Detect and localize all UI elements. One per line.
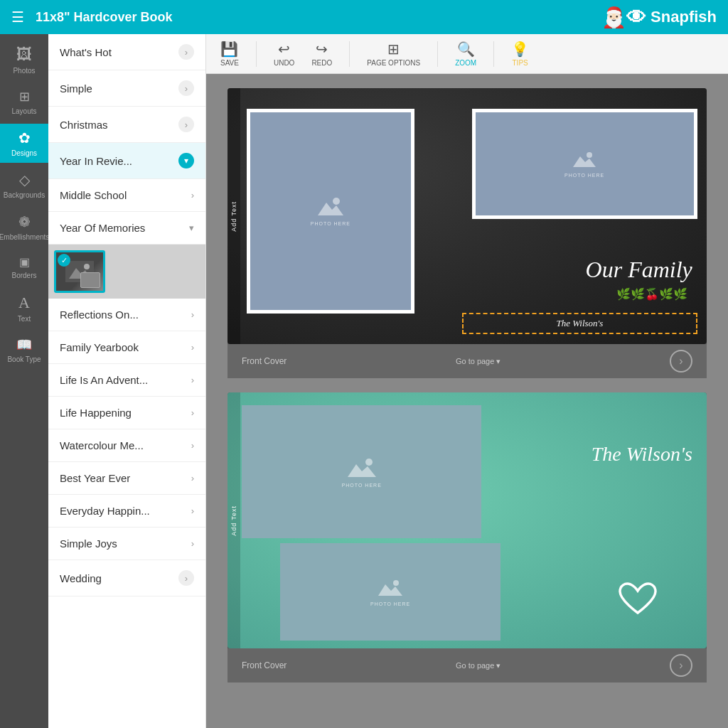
photo-slot-green-2[interactable]: PHOTO HERE — [280, 543, 500, 641]
booktype-icon: 📖 — [16, 337, 32, 353]
go-to-page-green[interactable]: Go to page ▾ — [456, 660, 501, 670]
sidebar-label-layouts: Layouts — [11, 107, 36, 115]
main-layout: 🖼 Photos ⊞ Layouts ✿ Designs ◇ Backgroun… — [0, 34, 728, 728]
design-item-year-in-review[interactable]: Year In Revie... ▾ — [48, 143, 205, 179]
holly-decoration: 🌿🌿🍒🌿🌿 — [616, 287, 687, 301]
go-to-page-dark[interactable]: Go to page ▾ — [456, 356, 501, 366]
design-item-watercolour-me[interactable]: Watercolour Me... › — [48, 429, 205, 462]
designs-panel: What's Hot › Simple › Christmas › Year I… — [48, 34, 206, 728]
toolbar-page-options[interactable]: ⊞ PAGE OPTIONS — [367, 41, 420, 67]
wilson-name-badge[interactable]: The Wilson's — [462, 313, 697, 334]
sidebar-item-text[interactable]: A Text — [0, 288, 48, 328]
sidebar-label-designs: Designs — [11, 149, 37, 157]
design-item-life-happening[interactable]: Life Happening › — [48, 397, 205, 429]
sidebar-label-embellishments: Embellishments — [0, 233, 49, 241]
design-label-whats-hot: What's Hot — [60, 46, 112, 58]
save-icon: 💾 — [220, 41, 238, 58]
front-cover-label-dark: Front Cover — [242, 356, 287, 366]
sidebar-item-booktype[interactable]: 📖 Book Type — [0, 331, 48, 369]
thumb-check-icon: ✓ — [58, 254, 70, 267]
design-item-family-yearbook[interactable]: Family Yearbook › — [48, 331, 205, 364]
wilson-green-label: The Wilson's — [592, 443, 692, 465]
watercolour-me-arrow: › — [191, 440, 194, 451]
sidebar-item-designs[interactable]: ✿ Designs — [0, 124, 48, 163]
design-label-simple-joys: Simple Joys — [60, 537, 117, 550]
design-item-christmas[interactable]: Christmas › — [48, 107, 205, 143]
toolbar-tips[interactable]: 💡 TIPS — [511, 41, 529, 67]
embellishments-icon: ❁ — [18, 213, 31, 230]
toolbar-redo[interactable]: ↪ REDO — [311, 41, 332, 67]
borders-icon: ▣ — [19, 255, 30, 269]
design-item-wedding[interactable]: Wedding › — [48, 560, 205, 596]
toolbar-zoom[interactable]: 🔍 ZOOM — [455, 41, 476, 67]
nav-next-green[interactable]: › — [670, 654, 692, 677]
text-icon: A — [18, 294, 30, 312]
tips-label: TIPS — [513, 59, 528, 67]
app-title: 11x8" Hardcover Book — [36, 10, 173, 25]
svg-point-2 — [84, 264, 90, 269]
life-is-adv-arrow: › — [191, 375, 194, 385]
svg-point-7 — [365, 459, 373, 466]
toolbar-sep-2 — [349, 41, 350, 67]
whats-hot-arrow: › — [178, 44, 194, 60]
photo-here-label-green-2: PHOTO HERE — [370, 601, 410, 606]
design-item-whats-hot[interactable]: What's Hot › — [48, 34, 205, 70]
design-item-middle-school[interactable]: Middle School › — [48, 179, 205, 212]
add-text-tab-green[interactable]: Add Text — [228, 392, 240, 648]
mountain-icon-green-1 — [346, 456, 378, 480]
heart-svg — [616, 580, 659, 617]
toolbar-undo[interactable]: ↩ UNDO — [274, 41, 294, 67]
simple-joys-arrow: › — [191, 538, 194, 549]
design-item-simple-joys[interactable]: Simple Joys › — [48, 528, 205, 560]
nav-next-dark[interactable]: › — [670, 350, 692, 373]
life-happening-arrow: › — [191, 407, 194, 418]
go-to-page-label-dark: Go to page ▾ — [456, 357, 501, 365]
design-label-year-of-memories: Year Of Memories — [60, 222, 145, 234]
design-item-best-year-ever[interactable]: Best Year Ever › — [48, 462, 205, 495]
design-item-life-is-adv[interactable]: Life Is An Advent... › — [48, 364, 205, 397]
design-item-year-of-memories[interactable]: Year Of Memories ▾ — [48, 212, 205, 245]
page-options-icon: ⊞ — [387, 41, 400, 58]
design-label-best-year-ever: Best Year Ever — [60, 472, 130, 484]
design-item-everyday-happin[interactable]: Everyday Happin... › — [48, 495, 205, 528]
sidebar-item-photos[interactable]: 🖼 Photos — [0, 40, 48, 80]
toolbar-save[interactable]: 💾 SAVE — [220, 41, 239, 67]
svg-marker-4 — [318, 203, 343, 215]
hamburger-icon[interactable]: ☰ — [11, 9, 24, 26]
logo-icon: 🎅🏻👁 — [601, 6, 646, 29]
front-cover-label-green: Front Cover — [242, 660, 287, 670]
sidebar-label-booktype: Book Type — [7, 355, 41, 363]
logo-area: 🎅🏻👁 Snapfish — [601, 6, 717, 29]
add-text-tab-dark[interactable]: Add Text — [228, 88, 240, 344]
family-yearbook-arrow: › — [191, 342, 194, 353]
design-label-everyday-happin: Everyday Happin... — [60, 505, 150, 517]
design-item-simple[interactable]: Simple › — [48, 70, 205, 107]
thumbnail-area: ✓ — [48, 245, 205, 299]
simple-arrow: › — [178, 80, 194, 96]
everyday-happin-arrow: › — [191, 505, 194, 516]
sidebar-item-borders[interactable]: ▣ Borders — [0, 250, 48, 285]
design-item-reflections-on[interactable]: Reflections On... › — [48, 299, 205, 331]
designs-icon: ✿ — [18, 129, 31, 146]
sidebar-label-text: Text — [18, 315, 31, 323]
photo-slot-green-1[interactable]: PHOTO HERE — [242, 405, 481, 538]
svg-point-5 — [587, 152, 592, 158]
design-label-middle-school: Middle School — [60, 189, 127, 201]
sidebar-item-backgrounds[interactable]: ◇ Backgrounds — [0, 166, 48, 205]
book-footer-dark: Front Cover Go to page ▾ › — [228, 344, 707, 378]
sidebar-item-embellishments[interactable]: ❁ Embellishments — [0, 208, 48, 247]
svg-point-3 — [333, 198, 340, 205]
design-label-year-in-review: Year In Revie... — [60, 155, 132, 167]
photo-here-label-right-top: PHOTO HERE — [564, 173, 604, 178]
photo-slot-right-top[interactable]: PHOTO HERE — [472, 109, 697, 219]
left-sidebar: 🖼 Photos ⊞ Layouts ✿ Designs ◇ Backgroun… — [0, 34, 48, 728]
toolbar-sep-4 — [493, 41, 494, 67]
heart-icon — [616, 580, 659, 623]
sidebar-item-layouts[interactable]: ⊞ Layouts — [0, 83, 48, 121]
thumbnail-selected[interactable]: ✓ — [54, 250, 105, 293]
mountain-icon-green-2 — [377, 577, 404, 599]
design-label-life-happening: Life Happening — [60, 407, 132, 419]
reflections-on-arrow: › — [191, 309, 194, 320]
sidebar-label-photos: Photos — [13, 67, 35, 75]
photo-slot-left[interactable]: PHOTO HERE — [247, 109, 414, 314]
